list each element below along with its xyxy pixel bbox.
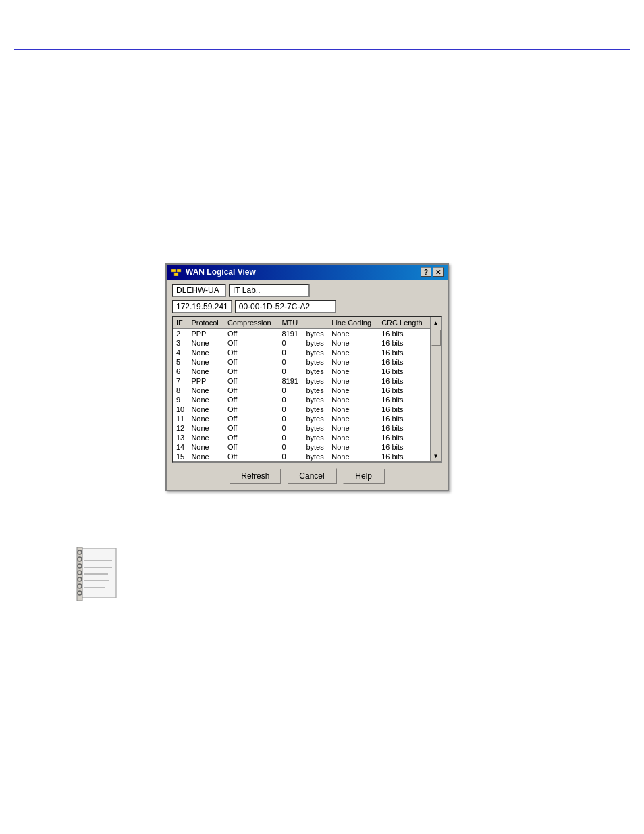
table-row: 7 PPP Off 8191 bytes None 16 bits (173, 376, 430, 386)
cell-crc-length: 16 bits (379, 367, 430, 376)
cell-protocol: None (188, 442, 225, 452)
cell-compression: Off (225, 414, 279, 423)
ip-address-field: 172.19.59.241 (172, 300, 232, 313)
table-row: 12 None Off 0 bytes None 16 bits (173, 423, 430, 433)
cell-compression: Off (225, 367, 279, 376)
cell-protocol: PPP (188, 376, 225, 386)
cell-if: 10 (173, 405, 188, 414)
info-row-1: DLEHW-UA IT Lab.. (172, 284, 442, 297)
cell-mtu: 0 (279, 348, 303, 357)
cell-compression: Off (225, 452, 279, 461)
cell-compression: Off (225, 329, 279, 339)
cell-mtu-unit: bytes (303, 442, 329, 452)
cell-mtu-unit: bytes (303, 348, 329, 357)
titlebar-left: WAN Logical View (171, 267, 256, 278)
cancel-button[interactable]: Cancel (287, 468, 336, 484)
help-button[interactable]: Help (342, 468, 385, 484)
table-row: 13 None Off 0 bytes None 16 bits (173, 433, 430, 442)
cell-crc-length: 16 bits (379, 405, 430, 414)
table-row: 3 None Off 0 bytes None 16 bits (173, 338, 430, 348)
cell-compression: Off (225, 423, 279, 433)
device-name-field: DLEHW-UA (172, 284, 226, 297)
cell-compression: Off (225, 433, 279, 442)
cell-mtu: 0 (279, 395, 303, 405)
cell-line-coding: None (329, 348, 379, 357)
cell-line-coding: None (329, 386, 379, 395)
scroll-thumb[interactable] (431, 330, 441, 346)
cell-mtu-unit: bytes (303, 357, 329, 367)
cell-compression: Off (225, 376, 279, 386)
scrollbar[interactable]: ▲ ▼ (430, 317, 441, 461)
cell-if: 5 (173, 357, 188, 367)
cell-mtu: 0 (279, 452, 303, 461)
cell-line-coding: None (329, 357, 379, 367)
cell-line-coding: None (329, 338, 379, 348)
cell-line-coding: None (329, 414, 379, 423)
col-line-coding: Line Coding (329, 317, 379, 329)
cell-line-coding: None (329, 395, 379, 405)
col-crc-length: CRC Length (379, 317, 430, 329)
cell-mtu: 0 (279, 414, 303, 423)
cell-crc-length: 16 bits (379, 452, 430, 461)
button-row: Refresh Cancel Help (172, 468, 442, 484)
cell-protocol: None (188, 433, 225, 442)
close-title-button[interactable]: ✕ (433, 267, 444, 277)
info-row-2: 172.19.59.241 00-00-1D-52-7C-A2 (172, 300, 442, 313)
table-row: 5 None Off 0 bytes None 16 bits (173, 357, 430, 367)
cell-line-coding: None (329, 405, 379, 414)
cell-line-coding: None (329, 367, 379, 376)
cell-if: 7 (173, 376, 188, 386)
scroll-down-arrow[interactable]: ▼ (431, 450, 441, 461)
cell-crc-length: 16 bits (379, 348, 430, 357)
cell-mtu: 0 (279, 423, 303, 433)
wan-logical-view-dialog: WAN Logical View ? ✕ DLEHW-UA IT Lab.. 1… (165, 263, 449, 491)
table-scroll-area[interactable]: IF Protocol Compression MTU Line Coding … (173, 317, 430, 461)
cell-crc-length: 16 bits (379, 423, 430, 433)
cell-mtu: 0 (279, 405, 303, 414)
cell-if: 12 (173, 423, 188, 433)
cell-protocol: None (188, 423, 225, 433)
cell-if: 3 (173, 338, 188, 348)
refresh-button[interactable]: Refresh (229, 468, 281, 484)
notebook-icon (74, 547, 122, 601)
col-mtu: MTU (279, 317, 329, 329)
cell-mtu-unit: bytes (303, 386, 329, 395)
cell-if: 13 (173, 433, 188, 442)
cell-protocol: None (188, 338, 225, 348)
cell-line-coding: None (329, 376, 379, 386)
scroll-up-arrow[interactable]: ▲ (431, 317, 441, 328)
cell-protocol: None (188, 414, 225, 423)
cell-protocol: None (188, 395, 225, 405)
cell-mtu: 0 (279, 433, 303, 442)
cell-mtu-unit: bytes (303, 423, 329, 433)
cell-crc-length: 16 bits (379, 433, 430, 442)
titlebar-buttons: ? ✕ (421, 267, 444, 277)
cell-mtu-unit: bytes (303, 405, 329, 414)
table-wrapper: IF Protocol Compression MTU Line Coding … (173, 317, 441, 461)
cell-mtu-unit: bytes (303, 338, 329, 348)
cell-if: 15 (173, 452, 188, 461)
cell-crc-length: 16 bits (379, 414, 430, 423)
cell-compression: Off (225, 386, 279, 395)
cell-compression: Off (225, 395, 279, 405)
cell-line-coding: None (329, 423, 379, 433)
cell-line-coding: None (329, 452, 379, 461)
cell-crc-length: 16 bits (379, 376, 430, 386)
mac-address-field: 00-00-1D-52-7C-A2 (235, 300, 336, 313)
help-title-button[interactable]: ? (421, 267, 431, 277)
table-row: 6 None Off 0 bytes None 16 bits (173, 367, 430, 376)
cell-mtu-unit: bytes (303, 433, 329, 442)
cell-compression: Off (225, 357, 279, 367)
dialog-body: DLEHW-UA IT Lab.. 172.19.59.241 00-00-1D… (167, 280, 448, 490)
cell-if: 14 (173, 442, 188, 452)
cell-mtu-unit: bytes (303, 452, 329, 461)
dialog-title: WAN Logical View (186, 267, 256, 277)
cell-protocol: None (188, 348, 225, 357)
cell-crc-length: 16 bits (379, 338, 430, 348)
table-row: 9 None Off 0 bytes None 16 bits (173, 395, 430, 405)
cell-if: 2 (173, 329, 188, 339)
cell-compression: Off (225, 338, 279, 348)
table-body: 2 PPP Off 8191 bytes None 16 bits 3 None… (173, 329, 430, 462)
location-field: IT Lab.. (229, 284, 310, 297)
col-compression: Compression (225, 317, 279, 329)
